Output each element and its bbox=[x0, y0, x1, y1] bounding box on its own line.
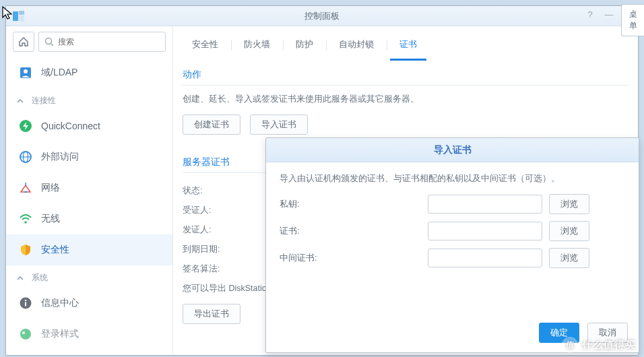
section-actions-title: 动作 bbox=[183, 61, 629, 86]
private-key-label: 私钥: bbox=[280, 199, 421, 210]
algo-label: 签名算法: bbox=[183, 263, 236, 275]
sidebar-item-label: 无线 bbox=[41, 213, 60, 225]
intermediate-input[interactable] bbox=[428, 249, 542, 267]
theme-icon bbox=[18, 327, 33, 342]
certificate-label: 证书: bbox=[280, 226, 421, 237]
sidebar-group-system[interactable]: 系统 bbox=[6, 265, 172, 288]
search-input[interactable] bbox=[58, 37, 160, 46]
sidebar-item-label: 登录样式 bbox=[41, 328, 79, 340]
home-icon bbox=[18, 36, 29, 47]
intermediate-label: 中间证书: bbox=[280, 253, 421, 264]
window-title: 控制面板 bbox=[6, 10, 638, 22]
titlebar: 控制面板 ? — □ bbox=[6, 6, 638, 26]
tab-protection[interactable]: 防护 bbox=[286, 32, 323, 61]
expire-label: 到期日期: bbox=[183, 244, 236, 255]
create-cert-button[interactable]: 创建证书 bbox=[183, 115, 240, 135]
sidebar-item-external[interactable]: 外部访问 bbox=[6, 141, 172, 172]
tab-bar: 安全性 防火墙 防护 自动封锁 证书 bbox=[183, 26, 629, 61]
svg-rect-2 bbox=[19, 15, 24, 22]
private-key-input[interactable] bbox=[428, 195, 542, 214]
row-intermediate: 中间证书: 浏览 bbox=[280, 248, 625, 268]
info-icon bbox=[18, 296, 33, 311]
export-cert-button[interactable]: 导出证书 bbox=[183, 304, 240, 324]
sidebar-item-domain[interactable]: 域/LDAP bbox=[6, 57, 172, 88]
browse-private-key-button[interactable]: 浏览 bbox=[549, 194, 589, 214]
svg-point-13 bbox=[24, 221, 27, 224]
row-certificate: 证书: 浏览 bbox=[280, 221, 625, 241]
tab-autoblock[interactable]: 自动封锁 bbox=[329, 32, 383, 61]
desk-tab-l1: 桌 bbox=[624, 9, 641, 20]
desk-tab-l2: 单 bbox=[624, 20, 641, 32]
status-label: 状态: bbox=[183, 185, 236, 197]
minimize-icon[interactable]: — bbox=[603, 9, 615, 20]
ok-button[interactable]: 确定 bbox=[539, 323, 579, 343]
svg-point-16 bbox=[25, 300, 27, 302]
app-icon bbox=[11, 9, 26, 24]
section-actions-desc: 创建、延长、导入或签发证书来使用此服务器或其它服务器。 bbox=[183, 94, 629, 105]
wifi-icon bbox=[18, 212, 33, 226]
help-icon[interactable]: ? bbox=[584, 9, 596, 20]
svg-rect-15 bbox=[25, 302, 26, 306]
import-cert-button[interactable]: 导入证书 bbox=[250, 115, 308, 135]
desktop-edge-tab[interactable]: 桌 单 bbox=[621, 4, 644, 36]
row-private-key: 私钥: 浏览 bbox=[280, 194, 625, 214]
subject-label: 受证人: bbox=[183, 205, 236, 216]
svg-rect-1 bbox=[19, 11, 24, 15]
bolt-icon bbox=[18, 119, 33, 133]
sidebar-item-label: 外部访问 bbox=[41, 151, 79, 163]
sidebar-item-security[interactable]: 安全性 bbox=[6, 234, 172, 265]
sidebar-item-loginstyle[interactable]: 登录样式 bbox=[6, 319, 172, 350]
browse-intermediate-button[interactable]: 浏览 bbox=[549, 248, 589, 268]
tab-security[interactable]: 安全性 bbox=[183, 32, 228, 61]
sidebar-group-label: 系统 bbox=[32, 272, 48, 284]
dialog-body: 导入由认证机构颁发的证书、与证书相配的私钥以及中间证书（可选）。 私钥: 浏览 … bbox=[266, 162, 639, 316]
chevron-up-icon bbox=[17, 98, 26, 104]
sidebar-item-label: 信息中心 bbox=[41, 297, 79, 309]
svg-rect-11 bbox=[24, 191, 27, 193]
import-cert-dialog: 导入证书 导入由认证机构颁发的证书、与证书相配的私钥以及中间证书（可选）。 私钥… bbox=[265, 137, 639, 353]
tab-certificate[interactable]: 证书 bbox=[390, 32, 426, 61]
sidebar-item-quickconnect[interactable]: QuickConnect bbox=[6, 110, 172, 141]
search-box[interactable] bbox=[38, 32, 166, 52]
sidebar-group-label: 连接性 bbox=[32, 95, 56, 106]
sidebar-item-label: QuickConnect bbox=[41, 121, 100, 131]
sidebar: 域/LDAP 连接性 QuickConnect 外部访问 网络 无线 bbox=[6, 26, 173, 355]
globe-icon bbox=[18, 150, 33, 164]
sidebar-group-connectivity[interactable]: 连接性 bbox=[6, 88, 172, 110]
dialog-desc: 导入由认证机构颁发的证书、与证书相配的私钥以及中间证书（可选）。 bbox=[280, 173, 625, 185]
search-row bbox=[6, 26, 172, 57]
svg-line-4 bbox=[51, 44, 54, 46]
search-icon bbox=[44, 37, 54, 46]
actions-buttons: 创建证书 导入证书 bbox=[183, 115, 629, 135]
svg-point-6 bbox=[24, 69, 28, 73]
network-icon bbox=[18, 181, 33, 195]
svg-point-18 bbox=[22, 331, 25, 334]
user-icon bbox=[18, 65, 33, 80]
sidebar-item-info[interactable]: 信息中心 bbox=[6, 288, 172, 319]
svg-point-17 bbox=[20, 329, 31, 339]
dialog-title: 导入证书 bbox=[266, 138, 639, 162]
svg-point-3 bbox=[46, 38, 52, 44]
cancel-button[interactable]: 取消 bbox=[587, 323, 628, 343]
sidebar-item-label: 安全性 bbox=[41, 244, 69, 256]
sidebar-item-network[interactable]: 网络 bbox=[6, 172, 172, 203]
chevron-up-icon bbox=[17, 275, 26, 282]
shield-icon bbox=[18, 242, 33, 257]
sidebar-item-label: 域/LDAP bbox=[41, 67, 77, 79]
svg-rect-0 bbox=[13, 11, 18, 21]
certificate-input[interactable] bbox=[428, 222, 542, 240]
sidebar-item-label: 网络 bbox=[41, 182, 60, 194]
tab-firewall[interactable]: 防火墙 bbox=[234, 32, 280, 61]
dialog-footer: 确定 取消 bbox=[266, 316, 639, 352]
sidebar-item-wireless[interactable]: 无线 bbox=[6, 203, 172, 234]
home-button[interactable] bbox=[13, 32, 34, 52]
browse-certificate-button[interactable]: 浏览 bbox=[549, 221, 589, 241]
issuer-label: 发证人: bbox=[183, 224, 236, 236]
